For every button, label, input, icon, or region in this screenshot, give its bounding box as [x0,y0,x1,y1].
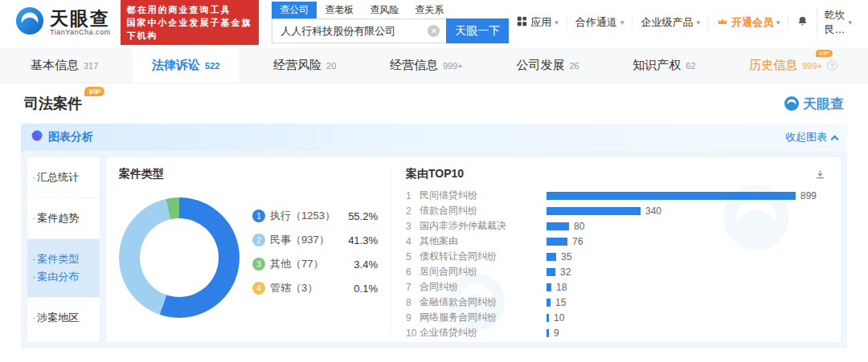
tab-business-info[interactable]: 经营信息999+ [371,48,482,83]
nav-apps[interactable]: 应用▾ [509,15,567,30]
pie-chart-icon [31,129,43,145]
bar-rank: 2 [406,205,420,217]
bullet-dot: · [32,270,35,283]
bar-rank: 5 [406,251,420,262]
bar-label: 民间借贷纠纷 [420,189,547,202]
bar-rank: 4 [406,236,420,247]
bar-value: 10 [554,312,564,323]
nav-enterprise-products[interactable]: 企业级产品▾ [632,15,708,30]
sidebar-item-case-region[interactable]: ·涉案地区 [27,298,100,338]
cause-top10-title: 案由TOP10 [406,167,464,181]
watermark-logo: 天眼查 [784,95,844,113]
tab-company-development[interactable]: 公司发展26 [497,48,598,83]
bar-rank: 6 [406,266,420,278]
legend-badge: 2 [252,234,265,246]
bar-segment[interactable] [547,253,556,261]
top-nav: 应用▾合作通道▾企业级产品▾开通会员▾ 乾坎艮… ▾ [509,8,858,37]
bar-label: 借款合同纠纷 [420,204,547,218]
tab-historical-info[interactable]: 历史信息999+VIP? [730,48,857,83]
search-tab-risk[interactable]: 查风险 [362,2,407,18]
bar-value: 9 [554,327,559,339]
bar-segment[interactable] [547,222,569,230]
bar-label: 国内非涉外仲裁裁决 [420,219,547,233]
search-input[interactable] [272,18,446,43]
download-icon[interactable] [814,169,826,181]
chevron-down-icon: ▾ [696,18,700,26]
bar-value: 15 [555,297,566,308]
bar-rank: 1 [406,190,420,201]
bar-label: 其他案由 [420,234,547,248]
search-tab-company[interactable]: 查公司 [272,2,317,18]
chart-panel-header: 图表分析 收起图表 [21,124,847,151]
bullet-dot: · [32,253,35,265]
nav-membership[interactable]: 开通会员▾ [708,15,788,30]
slogan-line1: 都在用的商业查询工具 [127,3,253,16]
bullet-dot: · [32,311,35,323]
bar-segment[interactable] [547,329,549,337]
search-tab-relation[interactable]: 查关系 [407,2,452,18]
nav-main: 应用▾合作通道▾企业级产品▾开通会员▾ [509,15,788,30]
bar-rank: 8 [406,297,420,308]
crown-icon [717,16,728,30]
chevron-down-icon: ▾ [848,18,852,26]
bar-segment[interactable] [547,207,641,215]
donut-legend: 1执行（1253）55.2%2民事（937）41.3%3其他（77）3.4%4管… [252,209,378,318]
tab-operational-risk[interactable]: 经营风险20 [254,48,355,83]
section-header: 司法案件 VIP 天眼查 [0,83,868,124]
search-button[interactable]: 天眼一下 [446,18,509,43]
brand-name: 天眼查 [50,9,111,28]
bar-segment[interactable] [547,283,551,291]
brand-text: 天眼查 TianYanCha.com [50,9,111,36]
bar-value: 340 [645,205,661,217]
bell-icon [796,15,809,30]
donut-chart[interactable] [119,197,240,318]
search-row: ✕ 天眼一下 [272,18,509,43]
legend-badge: 1 [252,209,265,222]
sidebar-item-summary-stats[interactable]: ·汇总统计 [27,157,100,198]
user-name: 乾坎艮… [824,8,845,37]
bar-rank: 3 [406,221,420,232]
bullet-dot: · [32,171,35,183]
tab-basic-info[interactable]: 基本信息317 [11,48,117,83]
watermark-text: 天眼查 [803,95,844,113]
bar-value: 76 [572,236,583,247]
user-menu[interactable]: 乾坎艮… ▾ [817,8,858,37]
legend-badge: 4 [252,282,265,295]
bar-label: 债权转让合同纠纷 [420,250,547,263]
collapse-charts-button[interactable]: 收起图表 [785,130,837,144]
nav-cooperation[interactable]: 合作通道▾ [567,15,633,30]
brand-domain: TianYanCha.com [50,28,111,36]
search-tabs: 查公司查老板查风险查关系 [272,2,509,18]
bar-segment[interactable] [547,314,549,322]
bar-value: 18 [556,282,567,293]
search-tab-boss[interactable]: 查老板 [317,2,362,18]
chart-analysis-panel: 图表分析 收起图表 ·汇总统计·案件趋势·案件类型·案由分布·涉案地区 案件类型… [21,124,847,348]
legend-item: 4管辖（3）0.1% [252,281,378,295]
bar-value: 80 [574,221,584,232]
bar-segment[interactable] [547,268,555,276]
chart-panel-title: 图表分析 [48,130,93,144]
legend-item: 3其他（77）3.4% [252,257,378,271]
header: 天眼查 TianYanCha.com 都在用的商业查询工具 国家中小企业发展子基… [0,0,868,45]
bullet-dot: · [32,212,35,224]
legend-badge: 3 [252,258,265,270]
bar-value: 899 [800,190,817,201]
tab-intellectual-property[interactable]: 知识产权62 [613,48,714,83]
chevron-down-icon: ▾ [555,18,559,26]
sidebar-item-case-type-distribution[interactable]: ·案件类型·案由分布 [27,239,100,298]
legend-item: 1执行（1253）55.2% [252,209,378,223]
help-icon[interactable]: ? [827,60,837,71]
sidebar-item-case-trend[interactable]: ·案件趋势 [27,198,100,239]
bar-value: 35 [561,251,571,262]
bar-value: 32 [560,266,571,278]
vip-badge: VIP [84,87,104,96]
bar-segment[interactable] [547,238,567,246]
notifications-button[interactable] [788,15,817,30]
main-tab-bar: 基本信息317法律诉讼522经营风险20经营信息999+公司发展26知识产权62… [0,48,868,83]
tab-legal-proceedings[interactable]: 法律诉讼522 [133,48,239,83]
watermark-logo [444,270,508,334]
chart-sidebar: ·汇总统计·案件趋势·案件类型·案由分布·涉案地区 [27,157,100,342]
tianyancha-logo[interactable]: 天眼查 TianYanCha.com [14,6,111,39]
bar-segment[interactable] [547,299,551,307]
brand-slogan: 都在用的商业查询工具 国家中小企业发展子基金旗下机构 [121,0,260,45]
